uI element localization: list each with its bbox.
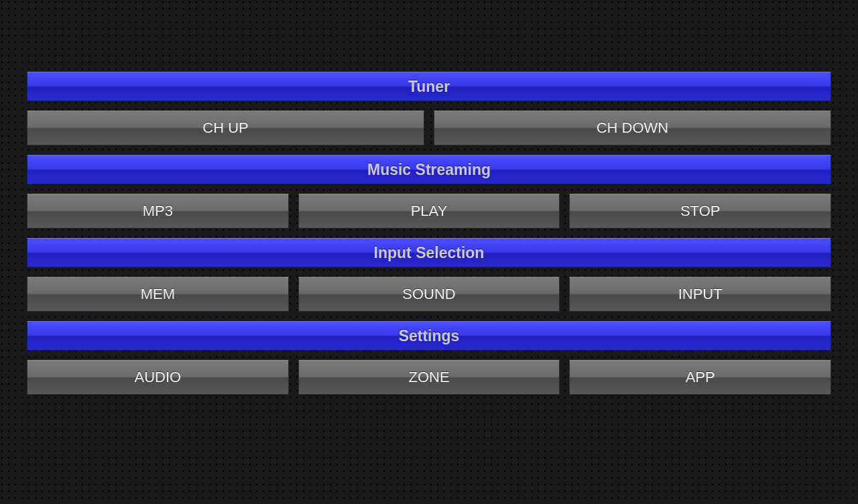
settings-header: Settings bbox=[27, 321, 831, 351]
zone-button[interactable]: ZONE bbox=[298, 360, 560, 395]
stop-label: STOP bbox=[680, 202, 721, 220]
input-selection-button-row: MEM SOUND INPUT bbox=[27, 277, 831, 312]
mp3-label: MP3 bbox=[143, 202, 173, 220]
tuner-title: Tuner bbox=[408, 78, 450, 96]
sound-label: SOUND bbox=[402, 286, 455, 303]
audio-button[interactable]: AUDIO bbox=[27, 360, 289, 395]
input-label: INPUT bbox=[678, 286, 723, 303]
music-streaming-header: Music Streaming bbox=[27, 155, 831, 184]
tuner-section: Tuner CH UP CH DOWN bbox=[27, 72, 831, 145]
settings-button-row: AUDIO ZONE APP bbox=[27, 360, 831, 395]
ch-up-label: CH UP bbox=[202, 119, 248, 137]
mem-button[interactable]: MEM bbox=[27, 277, 289, 312]
mp3-button[interactable]: MP3 bbox=[27, 194, 289, 229]
input-selection-section: Input Selection MEM SOUND INPUT bbox=[27, 238, 831, 312]
input-selection-header: Input Selection bbox=[27, 238, 831, 267]
stop-button[interactable]: STOP bbox=[569, 194, 831, 229]
app-button[interactable]: APP bbox=[569, 360, 831, 395]
input-selection-title: Input Selection bbox=[374, 244, 485, 262]
tuner-button-row: CH UP CH DOWN bbox=[27, 111, 831, 145]
zone-label: ZONE bbox=[408, 369, 449, 386]
sound-button[interactable]: SOUND bbox=[298, 277, 560, 312]
settings-section: Settings AUDIO ZONE APP bbox=[27, 321, 831, 395]
mem-label: MEM bbox=[141, 286, 175, 303]
ch-down-label: CH DOWN bbox=[597, 119, 669, 137]
remote-control-panel: Tuner CH UP CH DOWN Music Streaming MP3 … bbox=[0, 0, 858, 422]
play-label: PLAY bbox=[411, 202, 448, 220]
app-label: APP bbox=[686, 369, 715, 386]
settings-title: Settings bbox=[399, 327, 460, 345]
ch-down-button[interactable]: CH DOWN bbox=[434, 111, 831, 145]
tuner-header: Tuner bbox=[27, 72, 831, 101]
audio-label: AUDIO bbox=[134, 369, 181, 386]
input-button[interactable]: INPUT bbox=[569, 277, 831, 312]
ch-up-button[interactable]: CH UP bbox=[27, 111, 424, 145]
music-streaming-title: Music Streaming bbox=[367, 161, 491, 179]
play-button[interactable]: PLAY bbox=[298, 194, 560, 229]
music-streaming-button-row: MP3 PLAY STOP bbox=[27, 194, 831, 229]
music-streaming-section: Music Streaming MP3 PLAY STOP bbox=[27, 155, 831, 229]
